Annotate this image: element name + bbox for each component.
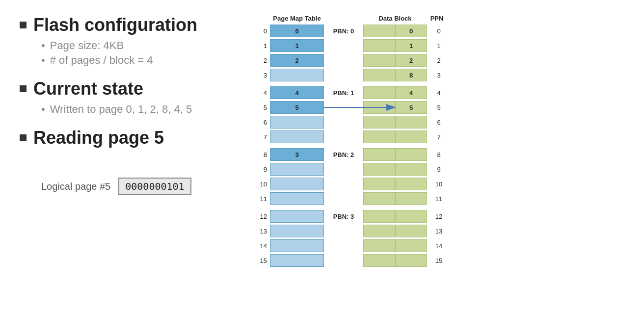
bullet-icon bbox=[20, 22, 27, 28]
ppn-cell: 5 bbox=[427, 104, 447, 111]
table-row: 1111 bbox=[255, 39, 550, 52]
db-right-cell bbox=[395, 210, 427, 223]
pmt-cell bbox=[270, 178, 324, 190]
db-right-cell: 2 bbox=[395, 54, 427, 67]
table-row: 1010 bbox=[255, 177, 550, 191]
db-left-cell bbox=[363, 163, 395, 176]
table-row: 83PBN: 28 bbox=[255, 148, 550, 161]
table-headers: Page Map Table Data Block PPN bbox=[255, 15, 550, 22]
db-right-cell bbox=[395, 225, 427, 237]
current-state-item-1: Written to page 0, 1, 2, 8, 4, 5 bbox=[41, 103, 245, 116]
ppn-cell: 11 bbox=[427, 195, 447, 203]
db-left-cell bbox=[363, 25, 395, 37]
current-state-list: Written to page 0, 1, 2, 8, 4, 5 bbox=[41, 103, 245, 116]
db-left-cell bbox=[363, 239, 395, 252]
db-left-cell bbox=[363, 54, 395, 67]
db-right-cell bbox=[395, 192, 427, 205]
row-index: 0 bbox=[255, 27, 270, 35]
diagram-inner: Page Map Table Data Block PPN 00PBN: 000… bbox=[255, 15, 550, 267]
db-right-cell: 0 bbox=[395, 25, 427, 37]
table-rows: 00PBN: 0001111222238344PBN: 144555566778… bbox=[255, 24, 550, 267]
row-index: 10 bbox=[255, 181, 270, 188]
bullet-icon-3 bbox=[20, 134, 27, 141]
db-left-cell bbox=[363, 148, 395, 161]
pbn-label: PBN: 3 bbox=[324, 213, 363, 220]
db-header: Data Block bbox=[363, 15, 427, 22]
pbn-label: PBN: 2 bbox=[324, 151, 363, 158]
db-left-cell bbox=[363, 69, 395, 81]
reading-heading: Reading page 5 bbox=[33, 128, 164, 148]
ppn-cell: 12 bbox=[427, 213, 447, 220]
ppn-header: PPN bbox=[427, 15, 447, 22]
flash-config-item-2: # of pages / block = 4 bbox=[41, 54, 245, 67]
table-row: 1313 bbox=[255, 224, 550, 238]
db-left-cell bbox=[363, 39, 395, 52]
row-index: 13 bbox=[255, 228, 270, 235]
db-left-cell bbox=[363, 86, 395, 99]
ppn-cell: 15 bbox=[427, 257, 447, 264]
pmt-cell: 2 bbox=[270, 54, 324, 67]
table-row: 1515 bbox=[255, 254, 550, 267]
table-row: 383 bbox=[255, 68, 550, 82]
pmt-cell: 3 bbox=[270, 148, 324, 161]
pmt-cell bbox=[270, 254, 324, 267]
db-right-cell bbox=[395, 239, 427, 252]
pmt-cell: 5 bbox=[270, 101, 324, 114]
ppn-cell: 14 bbox=[427, 242, 447, 250]
ppn-cell: 8 bbox=[427, 151, 447, 158]
row-index: 7 bbox=[255, 133, 270, 141]
row-index: 15 bbox=[255, 257, 270, 264]
db-right-cell bbox=[395, 178, 427, 190]
row-index: 2 bbox=[255, 57, 270, 64]
row-index: 3 bbox=[255, 72, 270, 79]
db-right-cell bbox=[395, 130, 427, 143]
pmt-cell: 4 bbox=[270, 86, 324, 99]
table-row: 12PBN: 312 bbox=[255, 209, 550, 223]
ppn-cell: 1 bbox=[427, 42, 447, 50]
db-right-cell: 1 bbox=[395, 39, 427, 52]
db-right-cell bbox=[395, 116, 427, 129]
db-right-cell: 5 bbox=[395, 101, 427, 114]
db-left-cell bbox=[363, 225, 395, 237]
pmt-cell bbox=[270, 210, 324, 223]
db-left-cell bbox=[363, 178, 395, 190]
flash-config-item-1: Page size: 4KB bbox=[41, 39, 245, 52]
binary-value-box: 0000000101 bbox=[118, 178, 191, 195]
current-state-section: Current state bbox=[20, 78, 245, 99]
ppn-cell: 13 bbox=[427, 228, 447, 235]
left-panel: Flash configuration Page size: 4KB # of … bbox=[20, 10, 245, 300]
pmt-cell: 0 bbox=[270, 25, 324, 37]
flash-config-list: Page size: 4KB # of pages / block = 4 bbox=[41, 39, 245, 67]
ppn-cell: 6 bbox=[427, 119, 447, 126]
db-right-cell: 8 bbox=[395, 69, 427, 81]
pmt-cell: 1 bbox=[270, 39, 324, 52]
pmt-cell bbox=[270, 116, 324, 129]
row-index: 6 bbox=[255, 119, 270, 126]
logical-page-row: Logical page #5 0000000101 bbox=[41, 178, 245, 195]
row-index: 12 bbox=[255, 213, 270, 220]
row-index: 14 bbox=[255, 242, 270, 250]
db-right-cell bbox=[395, 148, 427, 161]
pmt-cell bbox=[270, 192, 324, 205]
ppn-cell: 0 bbox=[427, 27, 447, 35]
row-index: 4 bbox=[255, 89, 270, 97]
ppn-cell: 9 bbox=[427, 166, 447, 173]
db-right-cell bbox=[395, 163, 427, 176]
ppn-cell: 4 bbox=[427, 89, 447, 97]
table-row: 1111 bbox=[255, 192, 550, 206]
table-row: 99 bbox=[255, 162, 550, 176]
logical-page-label: Logical page #5 bbox=[41, 181, 110, 192]
current-state-heading: Current state bbox=[33, 78, 143, 99]
pbn-label: PBN: 1 bbox=[324, 89, 363, 97]
row-index: 5 bbox=[255, 104, 270, 111]
row-index: 9 bbox=[255, 166, 270, 173]
flash-config-section: Flash configuration bbox=[20, 15, 245, 35]
main-container: Flash configuration Page size: 4KB # of … bbox=[0, 0, 644, 310]
table-row: 77 bbox=[255, 130, 550, 144]
pmt-cell bbox=[270, 163, 324, 176]
reading-section: Reading page 5 bbox=[20, 128, 245, 148]
db-right-cell: 4 bbox=[395, 86, 427, 99]
flash-config-heading: Flash configuration bbox=[33, 15, 197, 35]
db-left-cell bbox=[363, 192, 395, 205]
row-index: 8 bbox=[255, 151, 270, 158]
